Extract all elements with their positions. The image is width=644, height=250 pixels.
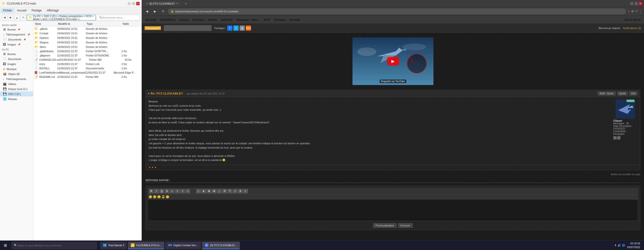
address-bar[interactable]: 📁 Ce PC > SSD 2 (D:) > Parties enregistr… <box>27 15 96 20</box>
bm-arduino[interactable]: arduino <box>207 18 218 22</box>
reply-align2[interactable]: ≡ <box>175 189 180 193</box>
taskbar-time[interactable]: 16:19:26 03/07/2022 <box>627 242 640 249</box>
reply-list[interactable]: ≡ <box>243 189 248 193</box>
bm-motioneye[interactable]: Motioneye : Video... <box>235 18 261 22</box>
search-box[interactable]: 🔍 Rechercher dans... <box>97 15 140 20</box>
reply-align4[interactable]: ≡ <box>186 189 190 193</box>
taskbar-search[interactable]: 🔍 <box>12 242 97 249</box>
sidebar-item-videos[interactable]: 🎬Vidéos <box>0 82 33 86</box>
emoji2[interactable]: 😢 <box>153 195 156 198</box>
sidebar-item-disquec[interactable]: 💾Disque local (C:) <box>0 86 33 92</box>
bm-jeux[interactable]: JEUX <box>262 18 272 22</box>
edit-button[interactable]: Edit <box>629 92 638 96</box>
sidebar-item-documents1[interactable]: 📄Documents📌 <box>0 37 33 42</box>
table-row[interactable]: 📁Skins24/06/2022 15:51Dossier de fichier… <box>33 44 142 49</box>
forum-search-input[interactable] <box>164 25 212 31</box>
bm-mails[interactable]: les mails <box>288 18 302 22</box>
forward-button[interactable]: ▶ <box>8 15 13 20</box>
browser-close[interactable]: ✕ <box>639 2 642 5</box>
bm-opencroom[interactable]: OpenCRoom <box>159 18 177 22</box>
sidebar-item-images1[interactable]: 🖼Images📌 <box>0 42 33 47</box>
browser-minimize[interactable]: ─ <box>630 2 634 5</box>
reply-heading[interactable]: H <box>222 189 227 193</box>
menu-affichage[interactable]: Affichage <box>44 8 61 12</box>
taskbar-app-teamspeak[interactable]: TS TeamSpeak 3 <box>100 242 127 249</box>
col-name[interactable]: Nom <box>34 22 57 26</box>
sidebar-item-bureau2[interactable]: 🖥Bureau <box>0 52 33 56</box>
url-bar[interactable]: 🔒 ladivisionfantomedcs.forumactif.com/t6… <box>168 8 626 14</box>
sidebar-item-reseau[interactable]: 🌐Réseau <box>0 96 33 102</box>
email-button[interactable]: @ <box>240 26 245 31</box>
reply-italic[interactable]: I <box>154 189 159 193</box>
refresh-button[interactable]: ↻ <box>20 15 26 20</box>
sidebar-item-bureau1[interactable]: 🖥Bureau📌 <box>0 27 33 32</box>
sidebar-item-telechargement[interactable]: ↓Téléchargement:📌 <box>0 32 33 37</box>
col-type[interactable]: Type <box>86 22 122 26</box>
reply-btn3[interactable]: ⊕ <box>206 189 211 193</box>
start-button[interactable]: ⊞ <box>0 241 10 250</box>
emoji1[interactable]: 😊 <box>148 195 152 198</box>
bm-reseaux[interactable]: réseaux <box>178 18 190 22</box>
play-button[interactable]: ▶ <box>387 57 399 66</box>
col-size[interactable]: Taille <box>122 22 140 26</box>
back-button[interactable]: ◀ <box>2 15 7 20</box>
bm-autres[interactable]: Autres favoris <box>623 18 642 22</box>
reply-text[interactable]: T <box>228 189 232 193</box>
table-row[interactable]: 📁Options24/06/2022 15:51Dossier de fichi… <box>33 36 142 40</box>
reply-color[interactable]: A <box>238 189 243 193</box>
video-player[interactable]: DCS ▶ Regarder sur YouTube <box>352 38 434 85</box>
table-row[interactable]: 📄.gitignore21/05/2022 21:37Fichier GITIG… <box>33 53 142 58</box>
table-row[interactable]: 📄entry21/05/2022 21:37Fichier LUA2 Ko <box>33 62 142 66</box>
watch-link[interactable]: Arrêter de surveiller ce sujet <box>611 173 640 176</box>
reply-align1[interactable]: ≡ <box>170 189 174 193</box>
reply-emoji1[interactable]: ☺ <box>196 189 201 193</box>
sidebar-item-telechargements[interactable]: ↓Téléchargements <box>0 76 33 82</box>
sidebar-item-musique[interactable]: ♫Musique <box>0 66 33 72</box>
reply-textarea[interactable] <box>148 200 638 221</box>
col-modified[interactable]: Modifié le <box>57 22 86 26</box>
quote-button[interactable]: Quote <box>617 92 628 96</box>
bm-rasberrypi[interactable]: rasberryPi <box>219 18 234 22</box>
reply-underline[interactable]: U <box>159 189 164 193</box>
sidebar-item-documents2[interactable]: 📄Documents <box>0 56 33 62</box>
multi-quote-button[interactable]: Multi - Quote <box>598 92 616 96</box>
table-row[interactable]: 📄.gitattributes21/05/2022 21:37Fichier G… <box>33 49 142 53</box>
emoji3[interactable]: 😠 <box>157 195 161 198</box>
table-row[interactable]: 📝CHANGELOG.md21/05/2022 21:37Fichier MD2… <box>33 58 142 62</box>
tab-close-icon[interactable]: ✕ <box>176 2 178 5</box>
table-row[interactable]: 📕LowFidelityAircraftManual_compressed21/… <box>33 70 142 75</box>
bm-formateur[interactable]: Formateur <box>272 18 288 22</box>
ext-icon1[interactable]: ⚙ <box>631 10 634 13</box>
preview-button[interactable]: Prévisualisation <box>373 223 396 228</box>
nav-back[interactable]: ◀ <box>144 8 150 15</box>
table-row[interactable]: 📝README.md21/05/2022 21:37Fichier MD2 Ko <box>33 75 142 79</box>
table-row[interactable]: 📄INSTALL21/05/2022 21:37Document texte1 … <box>33 66 142 70</box>
reply-emoji2[interactable]: ☻ <box>201 189 206 193</box>
minimize-button[interactable]: ─ <box>128 2 131 5</box>
taskbar-app-fileexplorer[interactable]: 📁 CLICKABLE-FC3-m... <box>128 242 164 249</box>
table-row[interactable]: 📁.github24/06/2022 15:51Dossier de fichi… <box>33 26 142 31</box>
facebook-button[interactable]: f <box>227 26 232 31</box>
table-row[interactable]: 📁Shapes24/06/2022 15:51Dossier de fichie… <box>33 40 142 44</box>
menu-fichier[interactable]: Fichier <box>1 8 14 12</box>
browser-maximize[interactable]: □ <box>634 2 638 5</box>
send-button[interactable]: Envoyer <box>398 223 413 228</box>
bm-domtique[interactable]: DomTique <box>191 18 206 22</box>
table-row[interactable]: 📁Cockpit24/06/2022 15:51Dossier de fichi… <box>33 31 142 36</box>
sidebar-item-ssdd[interactable]: 💾SSD 2 (D:) <box>0 92 33 96</box>
sidebar-item-images2[interactable]: 🖼Images <box>0 62 33 66</box>
nav-forward[interactable]: ▶ <box>152 8 158 15</box>
taskbar-app-dcs[interactable]: DCS Digital Combat Sim... <box>165 242 201 249</box>
new-tab-button[interactable]: + <box>183 1 189 6</box>
close-button[interactable]: ✕ <box>136 2 140 5</box>
twitter-button[interactable]: t <box>234 26 239 31</box>
taskbar-app-browser[interactable]: ● (5) FC3 CLICKABLE!... <box>202 242 240 249</box>
browser-tab-active[interactable]: ● (5) FC3 CLICKABLE!! ✕ <box>144 1 181 6</box>
emoji5[interactable]: 🙂 <box>166 195 169 198</box>
rss-button[interactable]: RSS <box>246 26 251 31</box>
reply-strike[interactable]: S <box>164 189 169 193</box>
emoji4[interactable]: 😎 <box>162 195 165 198</box>
reply-btn4[interactable]: ⊗ <box>212 189 216 193</box>
reply-bold[interactable]: B <box>149 189 154 193</box>
up-button[interactable]: ▲ <box>14 15 20 20</box>
